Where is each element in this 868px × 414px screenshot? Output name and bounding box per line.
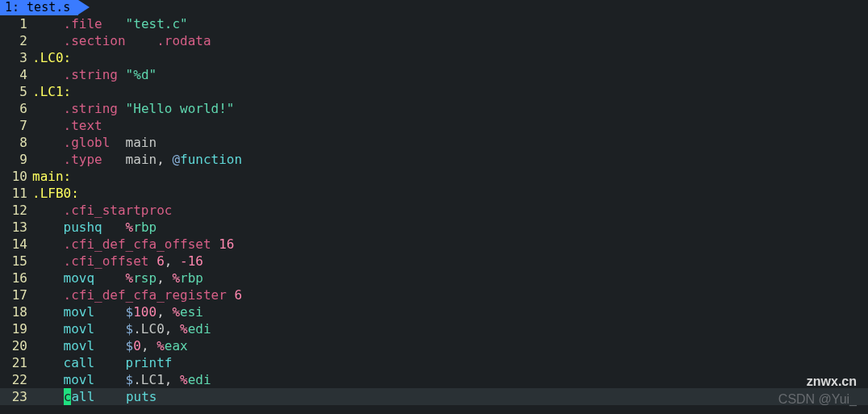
line-number: 21 — [0, 354, 31, 371]
token-kw: call — [64, 355, 95, 370]
token-dir: .section — [64, 33, 126, 48]
line-source: .cfi_offset 6, -16 — [31, 253, 868, 270]
code-editor[interactable]: 1 .file "test.c"2 .section .rodata3.LC0:… — [0, 15, 868, 405]
code-line[interactable]: 11.LFB0: — [0, 185, 868, 202]
line-number: 22 — [0, 371, 31, 388]
line-number: 3 — [0, 49, 31, 66]
code-line[interactable]: 6 .string "Hello world!" — [0, 100, 868, 117]
code-line[interactable]: 20 movl $0, %eax — [0, 337, 868, 354]
token-kw: pushq — [64, 220, 102, 235]
line-number: 7 — [0, 117, 31, 134]
code-line[interactable]: 21 call printf — [0, 354, 868, 371]
code-line[interactable]: 8 .globl main — [0, 134, 868, 151]
code-line[interactable]: 5.LC1: — [0, 83, 868, 100]
code-line[interactable]: 19 movl $.LC0, %edi — [0, 320, 868, 337]
token-reg: rbp — [180, 270, 203, 286]
token-dol: $ — [126, 321, 134, 337]
token-reg: esi — [180, 304, 203, 320]
line-number: 10 — [0, 168, 31, 185]
code-line[interactable]: 18 movl $100, %esi — [0, 303, 868, 320]
line-number: 2 — [0, 32, 31, 49]
token-pct: % — [156, 338, 165, 353]
line-source: .cfi_def_cfa_offset 16 — [31, 236, 868, 253]
line-source: movl $.LC1, %edi — [31, 371, 868, 388]
line-source: movl $100, %esi — [31, 303, 868, 320]
code-line[interactable]: 4 .string "%d" — [0, 66, 868, 83]
line-number: 15 — [0, 253, 31, 270]
token-kw: movl — [64, 338, 95, 353]
line-number: 1 — [0, 15, 31, 32]
line-source: .LC1: — [31, 83, 868, 100]
token-num: 16 — [219, 236, 234, 252]
line-source: .string "Hello world!" — [31, 100, 868, 117]
token-pct: % — [180, 321, 188, 337]
line-source: .LFB0: — [31, 185, 868, 202]
line-source: .cfi_def_cfa_register 6 — [31, 286, 868, 303]
token-str: "%d" — [126, 67, 157, 82]
token-kw: printf — [126, 355, 173, 370]
token-dir: .string — [64, 67, 118, 82]
token-lbl: .LC1: — [32, 84, 71, 99]
code-line[interactable]: 3.LC0: — [0, 49, 868, 66]
line-number: 8 — [0, 134, 31, 151]
tab-active[interactable]: 1: test.s — [0, 0, 78, 15]
token-pale: , — [141, 338, 156, 353]
code-line[interactable]: 23 call puts — [0, 388, 868, 405]
line-source: movl $.LC0, %edi — [31, 320, 868, 337]
line-source: .section .rodata — [31, 32, 868, 49]
token-pale: , — [165, 253, 180, 269]
line-source: call printf — [31, 354, 868, 371]
token-dir: .string — [64, 101, 118, 116]
token-dir: .type — [64, 152, 102, 167]
token-pale: , — [156, 304, 172, 320]
code-line[interactable]: 14 .cfi_def_cfa_offset 16 — [0, 236, 868, 253]
token-pale: , — [156, 152, 172, 167]
line-number: 23 — [0, 388, 31, 405]
token-str: "test.c" — [126, 16, 188, 31]
token-pale: , — [156, 270, 172, 286]
line-source: .type main, @function — [31, 151, 868, 168]
line-source: .LC0: — [31, 49, 868, 66]
token-reg: edi — [188, 372, 211, 387]
code-line[interactable]: 2 .section .rodata — [0, 32, 868, 49]
line-source: .file "test.c" — [31, 15, 868, 32]
token-num: 0 — [133, 338, 141, 353]
line-number: 4 — [0, 66, 31, 83]
code-line[interactable]: 22 movl $.LC1, %edi — [0, 371, 868, 388]
tab-strip: 1: test.s — [0, 0, 868, 15]
token-kw: all — [71, 389, 94, 404]
line-number: 17 — [0, 286, 31, 303]
line-number: 18 — [0, 303, 31, 320]
token-at: @ — [172, 152, 180, 167]
token-pale: , — [165, 372, 180, 387]
code-line[interactable]: 9 .type main, @function — [0, 151, 868, 168]
code-line[interactable]: 17 .cfi_def_cfa_register 6 — [0, 286, 868, 303]
token-num: 6 — [234, 287, 242, 303]
token-dir: .rodata — [156, 33, 211, 48]
token-num: -16 — [180, 253, 203, 269]
token-lbl: .LC0: — [32, 50, 71, 65]
token-id: main — [126, 152, 157, 167]
token-dir: .file — [64, 16, 102, 31]
line-number: 13 — [0, 219, 31, 236]
code-line[interactable]: 13 pushq %rbp — [0, 219, 868, 236]
token-kw: movl — [64, 304, 95, 320]
code-line[interactable]: 15 .cfi_offset 6, -16 — [0, 253, 868, 270]
token-pct: % — [172, 270, 180, 286]
token-dir: .cfi_startproc — [64, 203, 173, 218]
code-line[interactable]: 7 .text — [0, 117, 868, 134]
code-line[interactable]: 12 .cfi_startproc — [0, 202, 868, 219]
token-dol: $ — [126, 304, 134, 320]
token-id: .LC1 — [133, 372, 165, 387]
token-num: 100 — [133, 304, 156, 320]
code-line[interactable]: 10main: — [0, 168, 868, 185]
token-pct: % — [172, 304, 180, 320]
token-pct: % — [126, 220, 134, 235]
token-dir: .cfi_def_cfa_offset — [64, 236, 211, 252]
code-line[interactable]: 1 .file "test.c" — [0, 15, 868, 32]
token-str: "Hello world!" — [126, 101, 235, 116]
line-number: 5 — [0, 83, 31, 100]
code-line[interactable]: 16 movq %rsp, %rbp — [0, 270, 868, 286]
token-lbl: .LFB0: — [32, 186, 79, 201]
line-source: pushq %rbp — [31, 219, 868, 236]
